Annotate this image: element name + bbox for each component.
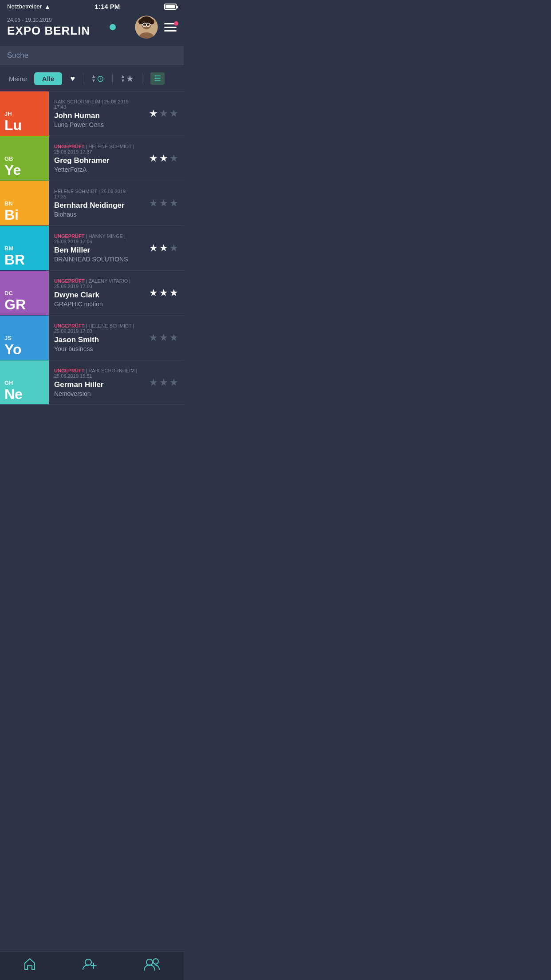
search-input[interactable]: [7, 51, 177, 60]
contact-name: Ben Miller: [54, 246, 138, 255]
contact-name: Bernhard Neidinger: [54, 201, 138, 210]
contact-item[interactable]: BMBRUNGEPRÜFT | HANNY MINGE | 25.06.2019…: [0, 226, 184, 271]
ungeprüft-badge: UNGEPRÜFT: [54, 233, 84, 239]
star-2[interactable]: ★: [159, 377, 168, 388]
filter-alle-button[interactable]: Alle: [34, 72, 63, 85]
avatar-initials-small: GH: [4, 379, 44, 386]
contact-meta: UNGEPRÜFT | ZALENY VITARIO | 25.06.2019 …: [54, 278, 138, 289]
avatar-initials-large: Yo: [4, 342, 44, 356]
filter-star-sort-button[interactable]: ▲▼ ★: [116, 71, 138, 86]
contact-avatar: BNBi: [0, 181, 49, 225]
contact-stars[interactable]: ★★★: [144, 360, 184, 404]
menu-line-3: [164, 30, 177, 32]
sort-arrows-icon: ▲▼: [91, 74, 96, 83]
contact-stars[interactable]: ★★★: [144, 136, 184, 181]
status-indicator-dot: [110, 24, 116, 30]
search-container: [0, 46, 184, 65]
filter-separator-2: [112, 73, 113, 84]
contact-item[interactable]: GHNeUNGEPRÜFT | RAIK SCHORNHEIM | 25.06.…: [0, 360, 184, 405]
avatar-initials-large: Ye: [4, 163, 44, 177]
contact-info: UNGEPRÜFT | ZALENY VITARIO | 25.06.2019 …: [49, 271, 144, 315]
contact-stars[interactable]: ★★★: [144, 91, 184, 136]
star-2[interactable]: ★: [159, 332, 168, 344]
star-1[interactable]: ★: [149, 242, 158, 254]
star-1[interactable]: ★: [149, 153, 158, 164]
ungeprüft-badge: UNGEPRÜFT: [54, 323, 84, 328]
contact-avatar: JSYo: [0, 316, 49, 360]
contact-name: Jason Smith: [54, 336, 138, 344]
contact-stars[interactable]: ★★★: [144, 181, 184, 225]
filter-bar: Meine Alle ♥ ▲▼ ⊙ ▲▼ ★ ☰: [0, 66, 184, 91]
notification-badge: [174, 21, 178, 26]
contact-stars[interactable]: ★★★: [144, 226, 184, 270]
ungeprüft-badge: UNGEPRÜFT: [54, 368, 84, 373]
star-3[interactable]: ★: [169, 108, 178, 119]
star-3[interactable]: ★: [169, 153, 178, 164]
star-2[interactable]: ★: [159, 198, 168, 209]
contact-meta: UNGEPRÜFT | RAIK SCHORNHEIM | 25.06.2019…: [54, 368, 138, 379]
contact-stars[interactable]: ★★★: [144, 271, 184, 315]
contact-meta: RAIK SCHORNHEIM | 25.06.2019 17:43: [54, 99, 138, 110]
avatar-initials-large: BR: [4, 253, 44, 267]
status-time: 1:14 PM: [51, 3, 164, 10]
wifi-icon: ▲: [44, 3, 51, 10]
contact-item[interactable]: BNBiHELENE SCHMIDT | 25.06.2019 17:35Ber…: [0, 181, 184, 226]
contact-info: RAIK SCHORNHEIM | 25.06.2019 17:43John H…: [49, 91, 144, 136]
contact-item[interactable]: JSYoUNGEPRÜFT | HELENE SCHMIDT | 25.06.2…: [0, 316, 184, 360]
ungeprüft-badge: UNGEPRÜFT: [54, 144, 84, 149]
event-date-range: 24.06 - 19.10.2019: [7, 17, 90, 23]
sort-arrows-icon-2: ▲▼: [121, 74, 125, 83]
filter-list-view-button[interactable]: ☰: [146, 71, 169, 87]
star-2[interactable]: ★: [159, 108, 168, 119]
contact-meta: UNGEPRÜFT | HANNY MINGE | 25.06.2019 17:…: [54, 233, 138, 244]
menu-button[interactable]: [164, 23, 177, 32]
star-2[interactable]: ★: [159, 242, 168, 254]
contact-info: UNGEPRÜFT | HELENE SCHMIDT | 25.06.2019 …: [49, 136, 144, 181]
contact-company: GRAPHIC motion: [54, 300, 138, 308]
status-bar: Netzbetreiber ▲ 1:14 PM: [0, 0, 184, 12]
clock-icon: ⊙: [97, 73, 104, 84]
contact-avatar: GHNe: [0, 360, 49, 405]
star-1[interactable]: ★: [149, 108, 158, 119]
filter-meine-button[interactable]: Meine: [5, 72, 31, 85]
contact-company: Biohaus: [54, 211, 138, 218]
header-right: [135, 16, 177, 39]
contact-avatar: JHLu: [0, 91, 49, 136]
contact-list: JHLuRAIK SCHORNHEIM | 25.06.2019 17:43Jo…: [0, 91, 184, 405]
ungeprüft-badge: UNGEPRÜFT: [54, 278, 84, 284]
svg-line-10: [142, 24, 143, 25]
contact-item[interactable]: GBYeUNGEPRÜFT | HELENE SCHMIDT | 25.06.2…: [0, 136, 184, 181]
star-2[interactable]: ★: [159, 153, 168, 164]
contact-name: Greg Bohramer: [54, 156, 138, 165]
star-1[interactable]: ★: [149, 377, 158, 388]
filter-favorites-button[interactable]: ♥: [66, 72, 79, 85]
star-3[interactable]: ★: [169, 242, 178, 254]
star-3[interactable]: ★: [169, 332, 178, 344]
star-1[interactable]: ★: [149, 198, 158, 209]
contact-meta: UNGEPRÜFT | HELENE SCHMIDT | 25.06.2019 …: [54, 323, 138, 334]
contact-item[interactable]: JHLuRAIK SCHORNHEIM | 25.06.2019 17:43Jo…: [0, 91, 184, 136]
filter-time-sort-button[interactable]: ▲▼ ⊙: [87, 71, 109, 86]
contact-stars[interactable]: ★★★: [144, 316, 184, 360]
contact-name: John Human: [54, 111, 138, 120]
header-left: 24.06 - 19.10.2019 EXPO BERLIN: [7, 17, 90, 38]
contact-meta: UNGEPRÜFT | HELENE SCHMIDT | 25.06.2019 …: [54, 144, 138, 154]
star-1[interactable]: ★: [149, 332, 158, 344]
star-3[interactable]: ★: [169, 377, 178, 388]
contact-name: Dwyne Clark: [54, 291, 138, 300]
event-title: EXPO BERLIN: [7, 24, 90, 38]
contact-company: BRAINHEAD SOLUTIONS: [54, 256, 138, 263]
avatar[interactable]: [135, 16, 158, 39]
star-2[interactable]: ★: [159, 287, 168, 299]
avatar-initials-small: JH: [4, 111, 44, 117]
star-3[interactable]: ★: [169, 287, 178, 299]
star-1[interactable]: ★: [149, 287, 158, 299]
status-left: Netzbetreiber ▲: [7, 3, 51, 10]
contact-item[interactable]: DCGRUNGEPRÜFT | ZALENY VITARIO | 25.06.2…: [0, 271, 184, 316]
star-3[interactable]: ★: [169, 198, 178, 209]
contact-name: German Hiller: [54, 380, 138, 389]
contact-info: UNGEPRÜFT | HANNY MINGE | 25.06.2019 17:…: [49, 226, 144, 270]
filter-separator-1: [83, 73, 83, 84]
header: 24.06 - 19.10.2019 EXPO BERLIN: [0, 12, 184, 46]
avatar-initials-large: GR: [4, 297, 44, 312]
